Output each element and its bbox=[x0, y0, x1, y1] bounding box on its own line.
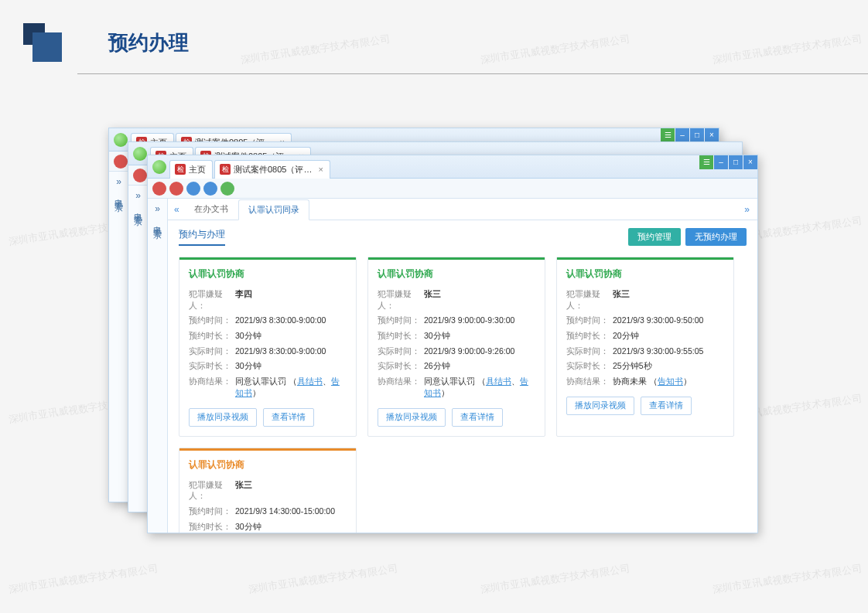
watermark: 深圳市亚讯威视数字技术有限公司 bbox=[248, 562, 399, 597]
label-actual-dur: 实际时长： bbox=[189, 360, 235, 372]
value-actual-time: 2021/9/3 8:30:00-9:00:00 bbox=[235, 346, 326, 357]
value-actual-dur: 26分钟 bbox=[424, 360, 450, 372]
view-detail-button[interactable]: 查看详情 bbox=[452, 408, 503, 427]
tab-home[interactable]: 检主页 bbox=[169, 160, 213, 179]
tab-badge-icon: 检 bbox=[220, 164, 231, 175]
toolbar-icon[interactable] bbox=[152, 182, 166, 196]
value-appt-dur: 30分钟 bbox=[424, 330, 450, 342]
label-appt-time: 预约时间： bbox=[566, 315, 613, 326]
subtab-record[interactable]: 认罪认罚同录 bbox=[238, 199, 309, 220]
no-appointment-button[interactable]: 无预约办理 bbox=[685, 228, 747, 246]
manage-appointment-button[interactable]: 预约管理 bbox=[628, 228, 681, 246]
watermark: 深圳市亚讯威视数字技术有限公司 bbox=[480, 32, 631, 67]
browser-icon bbox=[152, 160, 166, 174]
slide-header: 预约办理 bbox=[23, 23, 189, 62]
app-windows-stack: 检主页 检测试案件0805（评…× ☰ – □ × » 电子卷宗 检主页 检测试… bbox=[108, 128, 758, 537]
toolbar-icon[interactable] bbox=[169, 182, 183, 196]
browser-icon bbox=[114, 133, 128, 147]
side-rail: » 电子卷宗 bbox=[128, 186, 149, 512]
window-close-button[interactable]: × bbox=[705, 128, 719, 142]
label-appt-dur: 预约时长： bbox=[378, 330, 424, 342]
link-document[interactable]: 具结书 bbox=[297, 376, 323, 386]
value-actual-time: 2021/9/3 9:00:00-9:26:00 bbox=[424, 346, 514, 357]
link-notice[interactable]: 告知书 bbox=[658, 376, 683, 386]
chevron-left-icon[interactable]: « bbox=[174, 204, 179, 215]
value-appt-time: 2021/9/3 9:00:00-9:30:00 bbox=[424, 315, 514, 326]
tab-case[interactable]: 检测试案件0805（评…× bbox=[214, 160, 330, 179]
watermark: 深圳市亚讯威视数字技术有限公司 bbox=[8, 562, 159, 597]
window-minimize-button[interactable]: – bbox=[675, 128, 689, 142]
toolbar-icon[interactable] bbox=[186, 182, 200, 196]
value-appt-time: 2021/9/3 8:30:00-9:00:00 bbox=[235, 315, 326, 326]
label-appt-time: 预约时间： bbox=[189, 315, 235, 326]
view-detail-button[interactable]: 查看详情 bbox=[641, 397, 692, 415]
toolbar-icon[interactable] bbox=[133, 169, 147, 182]
toolbar-icon[interactable] bbox=[220, 182, 234, 196]
label-actual-dur: 实际时长： bbox=[378, 360, 424, 372]
value-appt-dur: 20分钟 bbox=[613, 330, 639, 342]
link-notice[interactable]: 告知书 bbox=[424, 376, 528, 397]
tab-close-icon[interactable]: × bbox=[318, 165, 323, 174]
view-detail-button[interactable]: 查看详情 bbox=[263, 408, 314, 427]
side-rail: » 电子卷宗 bbox=[109, 172, 129, 502]
play-video-button[interactable]: 播放同录视频 bbox=[566, 397, 634, 415]
side-rail-label[interactable]: 电子卷宗 bbox=[132, 206, 144, 212]
window-maximize-button[interactable]: □ bbox=[690, 128, 704, 142]
card-title: 认罪认罚协商 bbox=[189, 458, 347, 472]
card-title: 认罪认罚协商 bbox=[566, 267, 724, 281]
chevron-right-icon[interactable]: » bbox=[116, 176, 121, 187]
slide-title: 预约办理 bbox=[108, 29, 189, 56]
side-rail-label[interactable]: 电子卷宗 bbox=[152, 219, 163, 225]
toolbar-icon[interactable] bbox=[114, 155, 128, 169]
value-actual-dur: 25分钟5秒 bbox=[613, 360, 652, 372]
label-appt-time: 预约时间： bbox=[189, 506, 235, 517]
header-decoration bbox=[23, 23, 62, 62]
subtab-docs[interactable]: 在办文书 bbox=[184, 199, 238, 220]
value-appt-time: 2021/9/3 9:30:00-9:50:00 bbox=[613, 315, 703, 326]
section-title: 预约与办理 bbox=[179, 228, 225, 246]
toolbar-icon[interactable] bbox=[203, 182, 217, 196]
watermark: 深圳市亚讯威视数字技术有限公司 bbox=[480, 562, 631, 597]
window-green-icon[interactable]: ☰ bbox=[699, 155, 713, 169]
label-actual-dur: 实际时长： bbox=[566, 360, 613, 372]
watermark: 深圳市亚讯威视数字技术有限公司 bbox=[240, 32, 391, 67]
side-rail: » 电子卷宗 bbox=[148, 199, 168, 533]
section-header: 预约与办理 预约管理 无预约办理 bbox=[168, 220, 757, 250]
link-document[interactable]: 具结书 bbox=[486, 376, 511, 386]
label-appt-dur: 预约时长： bbox=[189, 330, 235, 342]
chevron-right-icon[interactable]: » bbox=[155, 203, 160, 214]
appointment-card: 认罪认罚协商犯罪嫌疑人：李四预约时间：2021/9/3 8:30:00-9:00… bbox=[179, 257, 357, 437]
window-close-button[interactable]: × bbox=[743, 155, 757, 169]
sub-tabs: « 在办文书 认罪认罚同录 » bbox=[168, 199, 757, 220]
window-minimize-button[interactable]: – bbox=[714, 155, 728, 169]
play-video-button[interactable]: 播放同录视频 bbox=[189, 408, 257, 427]
window-maximize-button[interactable]: □ bbox=[729, 155, 743, 169]
appointment-card: 认罪认罚协商犯罪嫌疑人：张三预约时间：2021/9/3 9:00:00-9:30… bbox=[367, 257, 545, 437]
window-green-icon[interactable]: ☰ bbox=[661, 128, 675, 142]
chevron-right-icon[interactable]: » bbox=[744, 204, 750, 215]
value-appt-time: 2021/9/3 14:30:00-15:00:00 bbox=[235, 506, 335, 517]
link-notice[interactable]: 告知书 bbox=[235, 376, 340, 397]
play-video-button[interactable]: 播放同录视频 bbox=[378, 408, 446, 427]
value-suspect: 张三 bbox=[613, 288, 630, 311]
value-appt-dur: 30分钟 bbox=[235, 521, 261, 533]
value-result: 协商未果 （告知书） bbox=[613, 376, 692, 387]
value-actual-time: 2021/9/3 9:30:00-9:55:05 bbox=[613, 346, 703, 357]
appointment-card: 认罪认罚协商犯罪嫌疑人：张三预约时间：2021/9/3 14:30:00-15:… bbox=[179, 448, 357, 533]
chevron-right-icon[interactable]: » bbox=[135, 190, 141, 201]
value-actual-dur: 30分钟 bbox=[235, 360, 261, 372]
value-suspect: 张三 bbox=[424, 288, 441, 311]
card-title: 认罪认罚协商 bbox=[378, 267, 535, 281]
appointment-card: 认罪认罚协商犯罪嫌疑人：张三预约时间：2021/9/3 9:30:00-9:50… bbox=[556, 257, 734, 437]
side-rail-label[interactable]: 电子卷宗 bbox=[113, 192, 125, 198]
label-suspect: 犯罪嫌疑人： bbox=[378, 288, 424, 311]
label-result: 协商结果： bbox=[378, 376, 424, 398]
browser-icon bbox=[133, 147, 147, 161]
label-actual-time: 实际时间： bbox=[566, 346, 613, 357]
window-controls: ☰ – □ × bbox=[660, 128, 719, 142]
value-result: 同意认罪认罚 （具结书、告知书） bbox=[235, 376, 347, 398]
label-appt-dur: 预约时长： bbox=[189, 521, 235, 533]
value-appt-dur: 30分钟 bbox=[235, 330, 261, 342]
card-title: 认罪认罚协商 bbox=[189, 267, 347, 281]
value-suspect: 李四 bbox=[235, 288, 252, 311]
